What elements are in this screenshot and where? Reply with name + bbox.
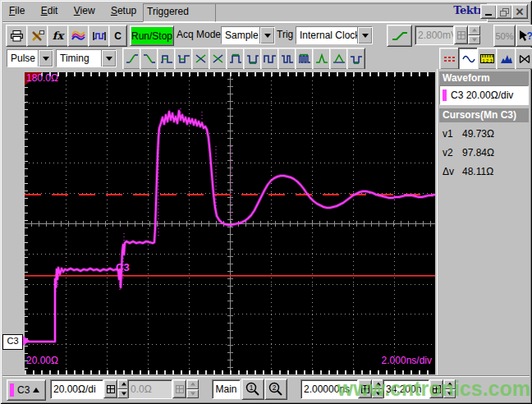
readout-v2: v297.84Ω (443, 147, 527, 162)
keypad-button[interactable] (103, 379, 117, 398)
keypad-icon (457, 31, 466, 39)
waveform-database-button[interactable] (67, 25, 89, 47)
pos-pulse-button[interactable] (226, 48, 245, 70)
top-scale-label: 180.0Ω (26, 72, 58, 84)
keypad-icon (433, 385, 441, 393)
sine-wave-icon (462, 54, 475, 64)
rise-time-icon (126, 53, 139, 64)
measure-category-select[interactable]: Timing (56, 49, 117, 67)
set-level-50-button: 50% (493, 25, 516, 47)
bottom-control-bar: C3 20.00Ω/di 0.0Ω Main 1 2 2.00000ns 34.… (2, 375, 530, 402)
bottom-scale-label: 20.00Ω (26, 355, 58, 366)
pos-width-button[interactable] (157, 48, 176, 70)
trigger-slope-button[interactable] (387, 25, 412, 47)
trigger-level-spinner (468, 25, 480, 44)
ruler-icon: 1 2 3 (480, 53, 494, 64)
period-icon (264, 53, 277, 64)
fall-cross-button[interactable] (209, 48, 227, 70)
readout-panel: Waveform C3 20.00Ω/div Cursors(Mn C3) v1… (437, 69, 530, 376)
horizontal-scale-field[interactable]: 2.00000ns (300, 379, 358, 399)
channel-c3-marker[interactable]: C3 (2, 334, 23, 350)
spin-up-icon (468, 25, 480, 35)
menu-file[interactable]: File (2, 2, 31, 19)
minimize-button[interactable] (480, 4, 497, 19)
waveform-view-button[interactable] (458, 48, 479, 70)
dropdown-arrow-icon[interactable] (101, 50, 116, 67)
burst-width-button[interactable] (295, 48, 314, 70)
pulse-acquisition-button[interactable] (88, 25, 110, 47)
restore-icon (500, 8, 508, 16)
color-wave-icon (71, 30, 85, 41)
close-button[interactable]: ✕ (511, 4, 528, 19)
mask-test-button[interactable] (515, 48, 532, 70)
magnifier-1-icon: 1 (245, 382, 260, 397)
rise-time-button[interactable] (122, 48, 141, 70)
signal-type-select[interactable]: Pulse (7, 49, 53, 67)
context-help-button[interactable]: ? (516, 25, 532, 47)
keypad-button (454, 25, 468, 44)
vertical-offset-group: 0.0Ω (127, 379, 199, 398)
readout-status-box (215, 3, 488, 22)
keypad-button[interactable] (429, 379, 443, 398)
pos-overshoot-button[interactable] (312, 48, 331, 70)
minimize-icon (485, 14, 492, 16)
run-stop-button[interactable]: Run/Stop (130, 25, 174, 46)
svg-text:2: 2 (273, 383, 277, 392)
horizontal-position-field[interactable]: 34.200n (383, 379, 429, 399)
amplitude-icon (332, 53, 346, 64)
waveform-list-entry[interactable]: C3 20.00Ω/div (439, 85, 529, 105)
channel-color-stripe (10, 383, 14, 397)
trigger-source-select[interactable]: Internal Clock (296, 26, 373, 44)
neg-pulse-button[interactable] (243, 48, 262, 70)
trigger-status: Triggered (143, 3, 217, 22)
timebase-label: 2.000ns/div (382, 355, 432, 366)
spin-up-icon (186, 379, 199, 389)
spin-down-icon (468, 35, 480, 45)
acq-mode-select[interactable]: Sample (221, 26, 275, 44)
histogram-button[interactable] (496, 48, 516, 70)
horizontal-position-group: 34.200n (383, 379, 456, 398)
dropdown-arrow-icon[interactable] (357, 27, 372, 44)
frequency-button[interactable] (277, 48, 296, 70)
cursors-button[interactable] (439, 48, 460, 70)
keypad-button (172, 379, 186, 398)
math-fx-button[interactable]: fx (47, 25, 69, 47)
pos-pulse-icon (229, 53, 242, 64)
vertical-scale-field[interactable]: 20.00Ω/di (50, 379, 103, 399)
dropdown-arrow-icon[interactable] (38, 50, 53, 67)
mag1-zoom-button[interactable]: 1 (241, 379, 264, 400)
frequency-icon (281, 53, 294, 64)
neg-width-button[interactable] (174, 48, 193, 70)
channel-marker-arrow-icon (23, 336, 30, 346)
fall-time-button[interactable] (140, 48, 158, 70)
menu-edit[interactable]: Edit (34, 2, 65, 19)
horizontal-position-spinner[interactable] (443, 379, 456, 398)
trigger-level-group: 2.800mV (415, 25, 480, 44)
mag2-zoom-button[interactable]: 2 (264, 379, 287, 400)
period-button[interactable] (260, 48, 279, 70)
cursors-icon (443, 54, 456, 64)
clear-button[interactable]: C (108, 25, 127, 47)
menu-setup[interactable]: Setup (104, 2, 143, 19)
channel-select-button[interactable]: C3 (7, 379, 46, 401)
print-button[interactable] (6, 25, 28, 47)
keypad-button[interactable] (358, 379, 372, 398)
fall-time-icon (143, 53, 156, 64)
trig-label: Trig (277, 29, 293, 40)
main-timebase-toggle[interactable]: Main (212, 379, 241, 399)
graticule[interactable]: 180.0Ω 20.00Ω 2.000ns/div C3 (25, 72, 435, 374)
toolbar-main: fx C Run/Stop Acq Mode Sample Trig Inter… (2, 23, 530, 47)
amplitude-button[interactable] (329, 48, 348, 70)
base-level-button[interactable] (346, 48, 365, 70)
keypad-icon (176, 385, 184, 393)
acq-mode-label: Acq Mode (177, 29, 221, 40)
dropdown-arrow-icon[interactable] (259, 27, 274, 44)
setup-tools-button[interactable] (26, 25, 48, 47)
measure-button[interactable]: 1 2 3 (477, 48, 498, 70)
pos-width-icon (160, 53, 173, 64)
menu-view[interactable]: View (67, 2, 102, 19)
restore-button[interactable] (496, 4, 512, 19)
vertical-scale-group: 20.00Ω/di (50, 379, 130, 398)
rise-cross-button[interactable] (191, 48, 210, 70)
trace-color-swatch (443, 90, 447, 101)
